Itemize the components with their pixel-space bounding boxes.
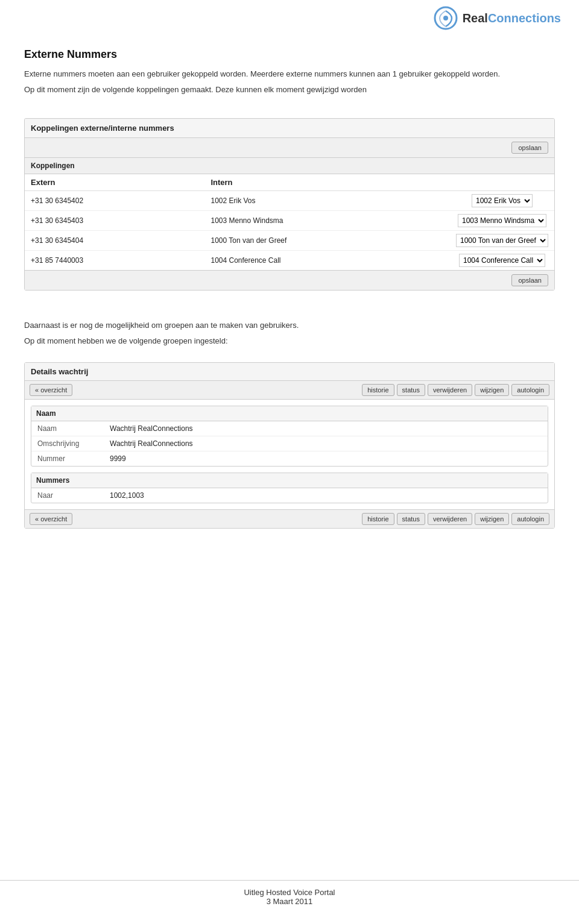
field-value: 9999 — [104, 451, 548, 467]
koppelingen-table: Extern Intern +31 30 6345402 1002 Erik V… — [25, 174, 554, 270]
intern-cell: 1000 Ton van der Greef — [204, 231, 450, 251]
intern-select[interactable]: 1000 Ton van der Greef — [456, 234, 548, 247]
intern-select[interactable]: 1002 Erik Vos — [472, 194, 533, 207]
action-buttons-top: historie status verwijderen wijzigen aut… — [362, 384, 549, 396]
select-cell[interactable]: 1003 Menno Windsma — [450, 211, 554, 231]
extern-cell: +31 30 6345402 — [25, 191, 204, 211]
naam-info-table: Naam Wachtrij RealConnections Omschrijvi… — [31, 421, 548, 466]
info-row: Nummer 9999 — [31, 451, 548, 467]
naam-section-title: Naam — [31, 406, 548, 421]
details-wachtrij-panel: Details wachtrij « overzicht historie st… — [24, 362, 555, 529]
info-row: Naar 1002,1003 — [31, 488, 548, 503]
field-label: Nummer — [31, 451, 104, 467]
groepen-intro-2: Op dit moment hebben we de volgende groe… — [24, 335, 555, 347]
main-content: Externe Nummers Externe nummers moeten a… — [0, 36, 579, 572]
logo-icon — [434, 6, 458, 30]
extern-cell: +31 85 7440003 — [25, 251, 204, 271]
details-panel-title: Details wachtrij — [25, 363, 554, 381]
field-label: Naar — [31, 488, 104, 503]
field-value: 1002,1003 — [104, 488, 548, 503]
koppelingen-sub-title: Koppelingen — [25, 158, 554, 174]
koppelingen-panel-title: Koppelingen externe/interne nummers — [25, 119, 554, 138]
action-bar-bottom: « overzicht historie status verwijderen … — [25, 509, 554, 528]
status-button-top[interactable]: status — [397, 384, 425, 396]
save-button-bottom[interactable]: opslaan — [511, 274, 548, 286]
table-row: +31 30 6345403 1003 Menno Windsma 1003 M… — [25, 211, 554, 231]
nummers-subsection: Nummers Naar 1002,1003 — [31, 473, 548, 503]
col-action — [450, 174, 554, 191]
naam-subsection: Naam Naam Wachtrij RealConnections Omsch… — [31, 406, 548, 467]
extern-cell: +31 30 6345404 — [25, 231, 204, 251]
historie-button-top[interactable]: historie — [362, 384, 394, 396]
page-title: Externe Nummers — [24, 48, 555, 61]
save-button-top[interactable]: opslaan — [511, 142, 548, 154]
select-cell[interactable]: 1002 Erik Vos — [450, 191, 554, 211]
wijzigen-button-bottom[interactable]: wijzigen — [475, 513, 509, 525]
header: RealConnections — [0, 0, 579, 36]
col-intern: Intern — [204, 174, 450, 191]
select-cell[interactable]: 1004 Conference Call — [450, 251, 554, 271]
footer-line1: Uitleg Hosted Voice Portal — [0, 888, 579, 897]
field-label: Naam — [31, 421, 104, 436]
intern-select[interactable]: 1003 Menno Windsma — [458, 214, 546, 227]
save-bar-bottom: opslaan — [25, 270, 554, 290]
save-bar-top: opslaan — [25, 138, 554, 158]
overzicht-button-bottom[interactable]: « overzicht — [30, 513, 72, 525]
table-row: +31 30 6345402 1002 Erik Vos 1002 Erik V… — [25, 191, 554, 211]
page-footer: Uitleg Hosted Voice Portal 3 Maart 2011 — [0, 880, 579, 906]
table-row: +31 85 7440003 1004 Conference Call 1004… — [25, 251, 554, 271]
footer-line2: 3 Maart 2011 — [0, 897, 579, 906]
action-buttons-bottom: historie status verwijderen wijzigen aut… — [362, 513, 549, 525]
koppelingen-panel: Koppelingen externe/interne nummers opsl… — [24, 118, 555, 291]
logo: RealConnections — [434, 6, 561, 30]
autologin-button-top[interactable]: autologin — [511, 384, 549, 396]
info-row: Naam Wachtrij RealConnections — [31, 421, 548, 436]
intro-text-1: Externe nummers moeten aan een gebruiker… — [24, 68, 555, 80]
svg-point-1 — [443, 16, 448, 20]
logo-text: RealConnections — [463, 11, 561, 25]
intern-select[interactable]: 1004 Conference Call — [459, 254, 545, 267]
select-cell[interactable]: 1000 Ton van der Greef — [450, 231, 554, 251]
overzicht-button-top[interactable]: « overzicht — [30, 384, 72, 396]
table-row: +31 30 6345404 1000 Ton van der Greef 10… — [25, 231, 554, 251]
koppelingen-section: Koppelingen Extern Intern +31 30 6345402… — [25, 158, 554, 270]
historie-button-bottom[interactable]: historie — [362, 513, 394, 525]
field-value: Wachtrij RealConnections — [104, 436, 548, 451]
verwijderen-button-bottom[interactable]: verwijderen — [428, 513, 472, 525]
field-label: Omschrijving — [31, 436, 104, 451]
info-row: Omschrijving Wachtrij RealConnections — [31, 436, 548, 451]
col-extern: Extern — [25, 174, 204, 191]
extern-cell: +31 30 6345403 — [25, 211, 204, 231]
intern-cell: 1002 Erik Vos — [204, 191, 450, 211]
status-button-bottom[interactable]: status — [397, 513, 425, 525]
nummers-info-table: Naar 1002,1003 — [31, 488, 548, 503]
autologin-button-bottom[interactable]: autologin — [511, 513, 549, 525]
field-value: Wachtrij RealConnections — [104, 421, 548, 436]
verwijderen-button-top[interactable]: verwijderen — [428, 384, 472, 396]
nummers-section-title: Nummers — [31, 473, 548, 488]
intern-cell: 1004 Conference Call — [204, 251, 450, 271]
intro-text-2: Op dit moment zijn de volgende koppeling… — [24, 84, 555, 96]
wijzigen-button-top[interactable]: wijzigen — [475, 384, 509, 396]
intern-cell: 1003 Menno Windsma — [204, 211, 450, 231]
groepen-intro-1: Daarnaast is er nog de mogelijkheid om g… — [24, 319, 555, 332]
action-bar-top: « overzicht historie status verwijderen … — [25, 381, 554, 400]
